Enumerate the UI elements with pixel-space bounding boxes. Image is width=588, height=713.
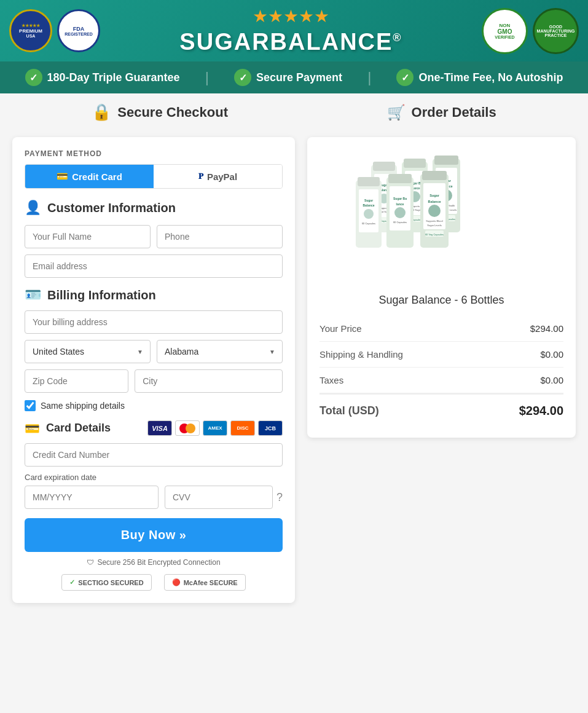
guarantee-item-2: ✓ Secure Payment — [234, 69, 342, 86]
cart-icon: 🛒 — [387, 104, 406, 121]
gmp-badge: GOOD MANUFACTURING PRACTICE — [533, 8, 579, 54]
email-group — [25, 254, 283, 278]
city-input[interactable] — [135, 369, 283, 393]
buy-now-button[interactable]: Buy Now » — [25, 518, 283, 552]
svg-text:Sugar: Sugar — [429, 194, 439, 197]
mcafee-icon: 🔴 — [172, 578, 181, 586]
expiry-input[interactable] — [25, 486, 159, 509]
cvv-input[interactable] — [165, 486, 273, 509]
billing-section-header: 🪪 Billing Information — [25, 287, 283, 303]
card-section-label: Card Details — [46, 422, 111, 435]
order-panel: Sugar Balance Supports Blood Sugar 60 Ca… — [307, 137, 576, 603]
product-card: Sugar Balance Supports Blood Sugar 60 Ca… — [307, 137, 576, 438]
cards-icon: 💳 — [25, 421, 40, 436]
svg-text:60 Capsules: 60 Capsules — [361, 222, 375, 225]
svg-rect-31 — [358, 177, 380, 186]
customer-section-header: 👤 Customer Information — [25, 200, 283, 216]
expiry-label: Card expiration date — [25, 473, 283, 482]
id-card-icon: 🪪 — [25, 287, 41, 303]
expiry-cvv-row: ? — [25, 486, 283, 509]
brand-title: SUGARBALANCE® — [179, 29, 402, 55]
usa-badge: ★★★★★ PREMIUM USA — [9, 9, 52, 52]
svg-point-35 — [364, 209, 374, 219]
lock-icon: 🔒 — [92, 103, 111, 122]
svg-point-42 — [394, 207, 406, 218]
same-shipping-checkbox[interactable] — [25, 400, 36, 411]
cvv-help-icon[interactable]: ? — [276, 491, 283, 504]
zip-city-row — [25, 369, 283, 393]
same-shipping-row: Same shipping details — [25, 400, 283, 411]
header-center: ★★★★★ SUGARBALANCE® — [179, 6, 402, 55]
address-group — [25, 310, 283, 334]
mastercard-icon — [175, 420, 200, 436]
billing-address-input[interactable] — [25, 310, 283, 334]
security-note: 🛡 Secure 256 Bit Encrypted Connection — [25, 558, 283, 567]
country-wrapper: United States Canada United Kingdom — [25, 340, 151, 363]
name-phone-row — [25, 225, 283, 248]
person-icon: 👤 — [25, 200, 41, 216]
product-image: Sugar Balance Supports Blood Sugar 60 Ca… — [350, 156, 534, 278]
state-wrapper: Alabama Alaska Arizona California — [157, 340, 283, 363]
svg-text:60 Capsules: 60 Capsules — [393, 221, 406, 224]
header-logos: ★★★★★ PREMIUM USA FDA REGISTERED — [9, 9, 100, 52]
svg-text:lance: lance — [396, 202, 404, 206]
guarantee-bar: ✓ 180-Day Triple Guarantee | ✓ Secure Pa… — [0, 61, 588, 93]
phone-input[interactable] — [157, 225, 283, 248]
country-state-row: United States Canada United Kingdom Alab… — [25, 340, 283, 363]
checkout-section-header: 🔒 Secure Checkout — [92, 103, 228, 122]
header-right-badges: NON GMO VERIFIED GOOD MANUFACTURING PRAC… — [482, 8, 579, 54]
payment-method-label: PAYMENT METHOD — [25, 149, 283, 158]
sectigo-badge: ✓ SECTIGO SECURED — [61, 574, 151, 591]
country-select[interactable]: United States Canada United Kingdom — [25, 340, 151, 363]
amex-icon: AMEX — [203, 420, 227, 436]
checkout-panel: PAYMENT METHOD 💳 Credit Card 𝐏 PayPal 👤 … — [12, 137, 295, 603]
check-icon-3: ✓ — [396, 69, 414, 86]
credit-card-tab[interactable]: 💳 Credit Card — [25, 165, 154, 188]
credit-card-icon: 💳 — [57, 171, 68, 182]
paypal-icon: 𝐏 — [198, 171, 203, 181]
svg-text:Balance: Balance — [428, 200, 441, 203]
svg-text:Supports Blood: Supports Blood — [426, 219, 442, 223]
visa-icon: VISA — [147, 420, 172, 436]
nongmo-badge: NON GMO VERIFIED — [482, 8, 528, 54]
svg-text:60 Veg Capsules: 60 Veg Capsules — [425, 233, 443, 236]
svg-point-49 — [428, 205, 441, 217]
order-line-total: Total (USD) $294.00 — [319, 393, 563, 425]
email-input[interactable] — [25, 254, 283, 278]
payment-tabs: 💳 Credit Card 𝐏 PayPal — [25, 164, 283, 189]
card-header-left: 💳 Card Details — [25, 421, 111, 436]
paypal-tab[interactable]: 𝐏 PayPal — [154, 165, 282, 188]
discover-icon: DISC — [230, 420, 255, 436]
guarantee-item-1: ✓ 180-Day Triple Guarantee — [25, 69, 180, 86]
order-lines: Your Price $294.00 Shipping & Handling $… — [319, 316, 563, 425]
svg-text:Sugar: Sugar — [364, 199, 372, 202]
main-content: PAYMENT METHOD 💳 Credit Card 𝐏 PayPal 👤 … — [0, 125, 588, 615]
svg-rect-1 — [373, 162, 395, 171]
card-number-input[interactable] — [25, 443, 283, 467]
card-header: 💳 Card Details VISA AMEX DISC JCB — [25, 420, 283, 436]
full-name-input[interactable] — [25, 225, 151, 248]
svg-rect-11 — [404, 159, 426, 168]
check-icon-2: ✓ — [234, 69, 251, 86]
card-icons: VISA AMEX DISC JCB — [147, 420, 283, 436]
order-line-taxes: Taxes $0.00 — [319, 368, 563, 393]
sectigo-icon: ✓ — [69, 578, 75, 586]
jcb-icon: JCB — [258, 420, 283, 436]
svg-rect-45 — [422, 171, 447, 180]
trust-badges: ✓ SECTIGO SECURED 🔴 McAfee SECURE — [25, 574, 283, 591]
svg-rect-38 — [388, 174, 412, 183]
card-details-section: 💳 Card Details VISA AMEX DISC JCB — [25, 420, 283, 509]
same-shipping-label: Same shipping details — [41, 401, 125, 411]
billing-section: 🪪 Billing Information United States Cana… — [25, 287, 283, 411]
product-image-area: Sugar Balance Supports Blood Sugar 60 Ca… — [319, 149, 563, 285]
state-select[interactable]: Alabama Alaska Arizona California — [157, 340, 283, 363]
cvv-group: ? — [165, 486, 283, 509]
svg-text:Sugar Levels: Sugar Levels — [427, 224, 441, 227]
shield-icon: 🛡 — [87, 558, 94, 567]
svg-text:Balance: Balance — [363, 203, 374, 207]
header-banner: ★★★★★ PREMIUM USA FDA REGISTERED ★★★★★ S… — [0, 0, 588, 61]
product-name: Sugar Balance - 6 Bottles — [319, 294, 563, 307]
zip-input[interactable] — [25, 369, 128, 393]
check-icon-1: ✓ — [25, 69, 42, 86]
order-line-price: Your Price $294.00 — [319, 316, 563, 342]
